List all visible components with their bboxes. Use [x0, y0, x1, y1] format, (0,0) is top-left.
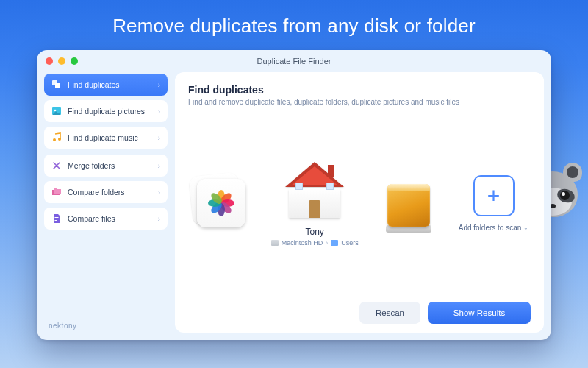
show-results-button[interactable]: Show Results	[428, 302, 531, 324]
sidebar-item-find-pictures[interactable]: Find duplicate pictures ›	[44, 100, 168, 122]
merge-icon	[51, 160, 62, 171]
brand-label: nektony	[49, 322, 77, 330]
sidebar-item-find-music[interactable]: Find duplicate music ›	[44, 127, 168, 149]
scan-targets: Tony Macintosh HD › Users	[188, 110, 531, 296]
chevron-right-icon: ›	[158, 162, 160, 170]
titlebar: Duplicate File Finder	[37, 50, 551, 72]
disk-mini-icon	[271, 240, 279, 246]
sidebar-item-label: Merge folders	[68, 161, 115, 170]
svg-rect-7	[55, 219, 59, 219]
folder-mini-icon	[331, 240, 338, 246]
path-folder: Users	[341, 239, 359, 247]
target-add: + Add folders to scan ⌄	[459, 175, 529, 232]
svg-point-3	[54, 110, 57, 112]
target-drive[interactable]	[378, 172, 440, 234]
photos-library-icon	[190, 172, 252, 234]
svg-rect-1	[55, 83, 60, 88]
chevron-right-icon: ›	[158, 107, 160, 116]
close-icon[interactable]	[46, 57, 53, 65]
zoom-icon[interactable]	[71, 57, 78, 65]
sidebar-item-compare-folders[interactable]: Compare folders ›	[44, 181, 168, 203]
plus-icon: +	[487, 183, 501, 208]
target-home-label: Tony	[306, 227, 324, 237]
sidebar-item-label: Find duplicate music	[68, 133, 138, 142]
sidebar-item-find-duplicates[interactable]: Find duplicates ›	[44, 74, 168, 96]
target-home-path: Macintosh HD › Users	[271, 239, 359, 247]
window-title: Duplicate File Finder	[37, 57, 551, 66]
chevron-right-icon: ›	[158, 188, 160, 197]
sidebar-item-merge-folders[interactable]: Merge folders ›	[44, 155, 168, 177]
svg-point-4	[53, 138, 56, 141]
music-icon	[51, 132, 62, 143]
path-separator-icon: ›	[326, 239, 328, 247]
rescan-button[interactable]: Rescan	[359, 302, 420, 324]
svg-rect-6	[55, 217, 59, 218]
minimize-icon[interactable]	[58, 57, 65, 65]
add-folder-button[interactable]: +	[473, 175, 514, 216]
main-panel: Find duplicates Find and remove duplicat…	[175, 72, 544, 333]
picture-icon	[51, 106, 62, 116]
target-photos[interactable]	[190, 172, 252, 234]
chevron-down-icon: ⌄	[523, 224, 528, 231]
sidebar-item-compare-files[interactable]: Compare files ›	[44, 208, 168, 230]
file-icon	[51, 213, 62, 224]
home-folder-icon	[284, 160, 345, 222]
sidebar-item-label: Compare folders	[68, 188, 125, 197]
folders-icon	[51, 187, 62, 197]
chevron-right-icon: ›	[158, 81, 160, 89]
app-window: Duplicate File Finder Find duplicates › …	[37, 50, 551, 340]
add-folder-label: Add folders to scan	[459, 224, 522, 232]
panel-footer: Rescan Show Results	[188, 296, 531, 324]
hero-title: Remove duplicates from any disk or folde…	[0, 0, 588, 38]
target-home[interactable]: Tony Macintosh HD › Users	[271, 160, 359, 247]
duplicates-icon	[51, 79, 62, 90]
external-drive-icon	[378, 172, 440, 234]
chevron-right-icon: ›	[158, 134, 160, 142]
sidebar-item-label: Find duplicate pictures	[68, 107, 145, 116]
svg-point-5	[58, 138, 61, 141]
panel-subtitle: Find and remove duplicate files, duplica…	[188, 98, 531, 106]
panel-title: Find duplicates	[188, 84, 531, 96]
sidebar: Find duplicates › Find duplicate picture…	[44, 72, 168, 333]
sidebar-item-label: Compare files	[68, 214, 115, 223]
path-disk: Macintosh HD	[282, 239, 323, 247]
sidebar-item-label: Find duplicates	[68, 80, 120, 89]
add-folder-dropdown[interactable]: Add folders to scan ⌄	[459, 224, 529, 232]
svg-rect-8	[55, 220, 57, 221]
chevron-right-icon: ›	[158, 215, 160, 223]
